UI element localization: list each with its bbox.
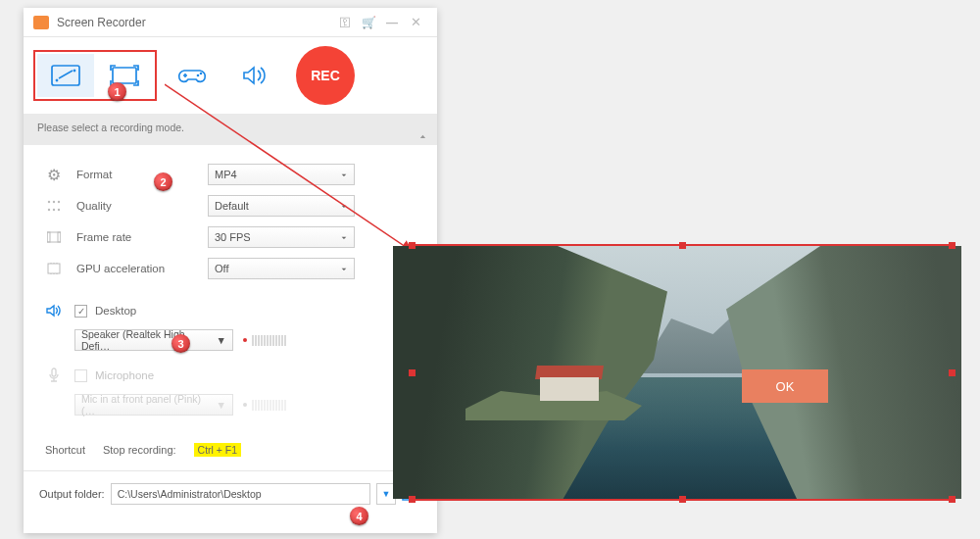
cart-icon[interactable]: 🛒 bbox=[357, 16, 380, 29]
capture-region[interactable]: OK bbox=[411, 244, 954, 501]
desktop-vu-meter bbox=[243, 335, 286, 346]
svg-rect-11 bbox=[47, 232, 50, 242]
shortcut-row: Shortcut Stop recording: Ctrl + F1 bbox=[24, 429, 437, 470]
key-icon[interactable]: ⚿ bbox=[333, 16, 357, 29]
screen-mode-group bbox=[33, 50, 157, 101]
audio-section: ✓ Desktop Speaker (Realtek High Defi…▼ M… bbox=[24, 290, 437, 429]
mode-toolbar: REC bbox=[24, 37, 437, 114]
microphone-checkbox[interactable] bbox=[74, 369, 87, 382]
resize-handle[interactable] bbox=[679, 242, 686, 249]
framerate-label: Frame rate bbox=[76, 231, 208, 243]
resize-handle[interactable] bbox=[409, 496, 416, 503]
callout-3: 3 bbox=[172, 334, 190, 353]
resize-handle[interactable] bbox=[949, 369, 956, 376]
callout-4: 4 bbox=[350, 507, 368, 525]
microphone-device-select[interactable]: Mic in at front panel (Pink) (…▼ bbox=[74, 394, 233, 416]
gear-icon: ⚙ bbox=[45, 167, 63, 182]
desktop-device-select[interactable]: Speaker (Realtek High Defi…▼ bbox=[74, 329, 233, 351]
output-label: Output folder: bbox=[39, 488, 105, 500]
chevron-down-icon: ▼ bbox=[217, 334, 226, 346]
svg-rect-12 bbox=[58, 232, 61, 242]
resize-handle[interactable] bbox=[679, 496, 686, 503]
svg-point-5 bbox=[53, 201, 55, 203]
audio-mode-button[interactable] bbox=[227, 54, 282, 97]
capture-preview-image bbox=[413, 246, 952, 499]
svg-point-2 bbox=[197, 74, 200, 77]
speaker-icon bbox=[240, 65, 270, 86]
format-select[interactable]: MP4▼ bbox=[208, 164, 355, 185]
chevron-down-icon: ▼ bbox=[340, 235, 348, 240]
gpu-icon bbox=[45, 261, 63, 276]
gamepad-icon bbox=[177, 65, 207, 86]
app-title: Screen Recorder bbox=[57, 16, 333, 29]
quality-label: Quality bbox=[76, 200, 208, 212]
screen-recorder-window: Screen Recorder ⚿ 🛒 — ✕ REC Please selec… bbox=[24, 8, 437, 533]
quality-select[interactable]: Default▼ bbox=[208, 195, 355, 217]
gpu-select[interactable]: Off▼ bbox=[208, 258, 355, 279]
game-mode-button[interactable] bbox=[165, 54, 220, 97]
resize-handle[interactable] bbox=[949, 496, 956, 503]
record-button[interactable]: REC bbox=[296, 46, 355, 105]
stop-recording-label: Stop recording: bbox=[103, 444, 176, 456]
speaker-icon bbox=[45, 304, 63, 318]
collapse-icon[interactable]: ▲ bbox=[418, 133, 427, 139]
chevron-down-icon: ▼ bbox=[382, 489, 391, 499]
output-path-input[interactable]: C:\Users\Administrator\Desktop bbox=[111, 483, 370, 505]
chevron-down-icon: ▼ bbox=[340, 267, 348, 271]
minimize-button[interactable]: — bbox=[380, 16, 404, 29]
svg-point-4 bbox=[48, 201, 50, 203]
svg-point-3 bbox=[200, 73, 203, 75]
hint-bar: Please select a recording mode. ▲ bbox=[24, 114, 437, 145]
svg-rect-10 bbox=[47, 232, 61, 242]
custom-area-icon bbox=[51, 65, 80, 86]
settings-section: ⚙ Format MP4▼ Quality Default▼ Frame rat… bbox=[24, 145, 437, 290]
svg-rect-13 bbox=[48, 264, 60, 273]
custom-area-mode-button[interactable] bbox=[37, 54, 94, 97]
film-icon bbox=[45, 229, 63, 245]
chevron-down-icon: ▼ bbox=[340, 204, 348, 209]
callout-2: 2 bbox=[154, 172, 172, 191]
resize-handle[interactable] bbox=[949, 242, 956, 249]
svg-point-8 bbox=[53, 209, 55, 211]
microphone-icon bbox=[45, 368, 63, 383]
ok-button[interactable]: OK bbox=[742, 369, 828, 403]
svg-rect-1 bbox=[113, 68, 136, 83]
shortcut-label: Shortcut bbox=[45, 444, 85, 456]
stop-recording-key: Ctrl + F1 bbox=[194, 443, 242, 457]
format-label: Format bbox=[76, 169, 208, 180]
svg-rect-0 bbox=[52, 66, 79, 85]
svg-point-9 bbox=[58, 209, 60, 211]
svg-point-6 bbox=[58, 201, 60, 203]
app-logo-icon bbox=[33, 16, 49, 29]
svg-point-7 bbox=[48, 209, 50, 211]
record-label: REC bbox=[311, 68, 340, 83]
close-button[interactable]: ✕ bbox=[404, 15, 427, 29]
resize-handle[interactable] bbox=[409, 242, 416, 249]
desktop-label: Desktop bbox=[95, 305, 136, 317]
callout-1: 1 bbox=[108, 82, 126, 101]
resize-handle[interactable] bbox=[409, 369, 416, 376]
desktop-checkbox[interactable]: ✓ bbox=[74, 305, 87, 318]
framerate-select[interactable]: 30 FPS▼ bbox=[208, 226, 355, 248]
svg-rect-14 bbox=[52, 368, 56, 376]
output-bar: Output folder: C:\Users\Administrator\De… bbox=[24, 470, 437, 516]
chevron-down-icon: ▼ bbox=[340, 172, 348, 177]
microphone-vu-meter bbox=[243, 400, 286, 411]
quality-icon bbox=[45, 198, 63, 214]
gpu-label: GPU acceleration bbox=[76, 263, 208, 274]
titlebar: Screen Recorder ⚿ 🛒 — ✕ bbox=[24, 8, 437, 37]
chevron-down-icon: ▼ bbox=[217, 399, 226, 411]
microphone-label: Microphone bbox=[95, 369, 154, 381]
hint-text: Please select a recording mode. bbox=[37, 122, 184, 133]
